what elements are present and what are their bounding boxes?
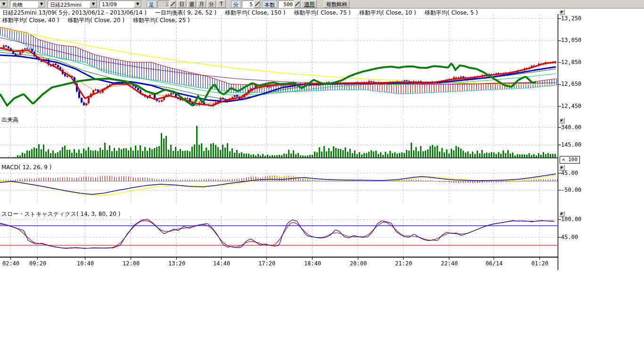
macd-pane-resize-button[interactable]: ◤ — [559, 165, 565, 171]
x-tick: 10:40 — [77, 260, 94, 267]
volume-unit-box: × 100 — [560, 156, 580, 164]
x-tick: 17:20 — [258, 260, 275, 267]
volume-pane-title: 出来高 — [1, 116, 18, 124]
macd-pane-title: MACD( 12, 26, 9 ) — [1, 164, 51, 171]
legend-ma25: 移動平均( Close, 25 ) — [133, 16, 190, 25]
volume-pane-resize-button[interactable]: ◤ — [559, 118, 565, 123]
x-tick: 06/14 — [486, 260, 503, 267]
legend-row-1: 日経225mini 13/09( 5分, 2013/06/12 - 2013/0… — [2, 9, 478, 17]
price-tick-12450: 12,450 — [561, 103, 581, 109]
resize-corner-icon: ◤ — [561, 10, 563, 14]
macd-tick-neg50: -50.00 — [561, 187, 581, 193]
volume-tick-145: 145.00 — [561, 141, 581, 148]
legend-ma40: 移動平均( Close, 40 ) — [2, 16, 59, 25]
stoch-tick-100: 100.00 — [561, 216, 581, 222]
legend-ma75: 移動平均( Close, 75 ) — [294, 9, 351, 17]
chart-canvas[interactable] — [0, 0, 644, 362]
price-pane-resize-button[interactable]: ◤ — [559, 9, 565, 15]
stoch-pane-title: スロー・ストキャスティクス( 14, 3, 80, 20 ) — [1, 210, 120, 218]
x-tick: 01:20 — [531, 260, 548, 267]
x-tick: 13:20 — [168, 260, 185, 267]
x-tick: 09:20 — [29, 260, 46, 267]
x-tick: 20:00 — [350, 260, 367, 267]
legend-ichimoku: 一目均衡表( 9, 26, 52 ) — [155, 9, 216, 17]
legend-ma10: 移動平均( Close, 10 ) — [359, 9, 416, 17]
x-tick: 14:40 — [213, 260, 230, 267]
resize-corner-icon: ◤ — [561, 166, 563, 170]
price-tick-13250: 13,250 — [561, 15, 581, 22]
x-tick: 21:20 — [395, 260, 412, 267]
x-tick: 02:40 — [2, 260, 19, 267]
volume-tick-340: 340.00 — [561, 124, 581, 131]
resize-corner-icon: ◤ — [561, 119, 563, 123]
stoch-tick-45: 45.00 — [561, 234, 578, 240]
macd-tick-45: 45.00 — [561, 170, 578, 176]
x-tick: 22:40 — [441, 260, 458, 267]
price-tick-12650: 12,650 — [561, 81, 581, 87]
chart-title: 日経225mini 13/09( 5分, 2013/06/12 - 2013/0… — [2, 9, 147, 17]
legend-ma150: 移動平均( Close, 150 ) — [225, 9, 285, 17]
price-tick-13050: 13,050 — [561, 37, 581, 43]
x-tick: 18:40 — [304, 260, 321, 267]
resize-corner-icon: ◤ — [561, 212, 563, 216]
x-tick: 12:00 — [123, 260, 140, 267]
legend-ma20: 移動平均( Close, 20 ) — [68, 16, 125, 25]
legend-ma5: 移動平均( Close, 5 ) — [425, 9, 478, 17]
stoch-pane-resize-button[interactable]: ◤ — [559, 211, 565, 217]
legend-row-2: 移動平均( Close, 40 ) 移動平均( Close, 20 ) 移動平均… — [2, 16, 190, 25]
price-tick-12850: 12,850 — [561, 59, 581, 66]
